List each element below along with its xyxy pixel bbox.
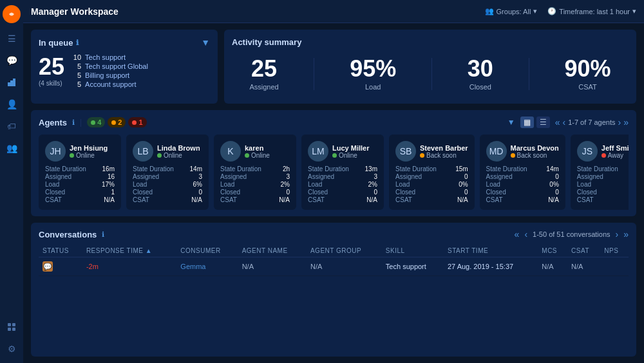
stat-value-load: 6%: [193, 181, 202, 188]
agent-info: Lucy Miller Online: [332, 144, 377, 159]
conv-info-icon[interactable]: ℹ: [102, 230, 104, 239]
svg-rect-6: [8, 328, 11, 331]
agent-status: Back soon: [420, 152, 468, 159]
agents-info-icon[interactable]: ℹ: [72, 118, 75, 127]
conv-header: Conversations ℹ « ‹ 1-50 of 51 conversat…: [39, 229, 629, 239]
badge-back-soon-count: 2: [118, 118, 122, 126]
avatar: JH: [45, 141, 66, 162]
col-header-consumer[interactable]: CONSUMER: [176, 245, 238, 257]
sidebar-icon-grid[interactable]: [3, 318, 21, 336]
stat-row-assigned: Assigned 0: [577, 173, 629, 180]
stat-label-assigned: Assigned: [45, 173, 71, 180]
stat-row-csat: CSAT N/A: [395, 196, 468, 203]
sidebar-icon-settings[interactable]: ⚙: [3, 340, 21, 358]
metric-value: 30: [468, 57, 493, 80]
avatar: MD: [486, 141, 507, 162]
sidebar-icon-dashboard[interactable]: [3, 73, 21, 91]
conv-pg-first[interactable]: «: [515, 229, 520, 239]
stat-label-csat: CSAT: [133, 196, 149, 203]
status-label: Online: [339, 152, 357, 159]
stat-label-assigned: Assigned: [133, 173, 159, 180]
in-queue-info-icon[interactable]: ℹ: [76, 39, 79, 47]
groups-control[interactable]: 👥 Groups: All ▾: [485, 7, 538, 15]
topbar: Manager Workspace 👥 Groups: All ▾ 🕐 Time…: [23, 0, 644, 23]
sort-icon[interactable]: ▲: [146, 247, 152, 254]
agent-avatar-row: JH Jen Hsiung Online: [45, 141, 115, 162]
metric-value: 95%: [350, 57, 396, 80]
stat-label-closed: Closed: [133, 189, 153, 196]
agents-pagination-label: 1-7 of 7 agents: [568, 118, 615, 126]
skill-item: 5Billing support: [72, 71, 148, 80]
agents-controls: ▼ ▦ ☰ « ‹ 1-7 of 7 agents › »: [507, 116, 629, 128]
pg-last[interactable]: »: [623, 117, 629, 127]
stat-label-duration: State Duration: [133, 165, 174, 172]
conv-pg-next[interactable]: ›: [616, 229, 619, 239]
sidebar-icon-users[interactable]: 👥: [3, 139, 21, 157]
stat-row-load: Load 0%: [395, 181, 468, 188]
metric-value: 90%: [564, 57, 611, 80]
agent-card: JH Jen Hsiung Online State Duration 16m …: [39, 135, 121, 210]
stat-label-duration: State Duration: [395, 165, 437, 172]
status-icon: 💬: [43, 261, 53, 272]
in-queue-filter-icon[interactable]: ▼: [201, 37, 210, 48]
agent-cards-container: JH Jen Hsiung Online State Duration 16m …: [39, 135, 629, 210]
sidebar-icon-menu[interactable]: ☰: [3, 30, 21, 48]
pg-next[interactable]: ›: [618, 117, 621, 127]
status-dot: [511, 153, 515, 158]
stat-value-assigned: 0: [555, 173, 559, 180]
pg-prev[interactable]: ‹: [562, 117, 565, 127]
view-toggle: ▦ ☰: [520, 116, 550, 128]
agents-header: Agents ℹ | 4 2 1: [39, 116, 629, 128]
stat-value-closed: 0: [198, 189, 202, 196]
agent-status: Online: [332, 152, 377, 159]
sidebar-icon-agents[interactable]: 👤: [3, 95, 21, 113]
agent-avatar-row: LB Linda Brown Online: [133, 141, 202, 162]
stat-label-closed: Closed: [395, 189, 415, 196]
agent-card: LB Linda Brown Online State Duration 14m…: [126, 135, 209, 210]
timeframe-label: Timeframe: last 1 hour: [559, 8, 630, 15]
col-header-status[interactable]: STATUS: [39, 245, 82, 257]
clock-icon: 🕐: [547, 7, 556, 15]
groups-chevron: ▾: [533, 7, 537, 15]
timeframe-control[interactable]: 🕐 Timeframe: last 1 hour ▾: [547, 7, 636, 15]
stat-label-assigned: Assigned: [486, 173, 513, 180]
col-header-response-time[interactable]: RESPONSE TIME ▲: [82, 245, 176, 257]
stat-label-duration: State Duration: [308, 165, 349, 172]
stat-row-closed: Closed 0: [308, 189, 377, 196]
view-cards-btn[interactable]: ▦: [520, 116, 534, 128]
status-label: Online: [164, 152, 182, 159]
conversations-section: Conversations ℹ « ‹ 1-50 of 51 conversat…: [31, 223, 636, 357]
sidebar-icon-chat[interactable]: 💬: [3, 51, 21, 70]
stat-row-closed: Closed 0: [486, 189, 559, 196]
table-row[interactable]: 💬 -2m Gemma N/A N/A Tech support 27 Aug.…: [39, 257, 629, 276]
cell-consumer[interactable]: Gemma: [176, 257, 238, 276]
stat-row-duration: State Duration 14m: [133, 165, 202, 172]
conversations-table: STATUSRESPONSE TIME ▲CONSUMERAGENT NAMEA…: [39, 245, 629, 276]
stat-value-duration: 15m: [455, 165, 468, 172]
avatar: LB: [133, 141, 153, 162]
app-logo: [3, 5, 21, 23]
sidebar-icon-tags[interactable]: 🏷: [3, 117, 21, 135]
conv-pg-last[interactable]: »: [623, 229, 629, 239]
agents-pagination: « ‹ 1-7 of 7 agents › »: [555, 117, 629, 127]
stat-label-duration: State Duration: [486, 165, 527, 172]
status-dot: [245, 153, 249, 158]
queue-number: 25: [39, 55, 64, 79]
agent-avatar-row: SB Steven Barber Back soon: [395, 141, 468, 162]
content-area: In queue ℹ ▼ 25 (4 skills) 10Tech suppor…: [23, 23, 644, 363]
pg-first[interactable]: «: [555, 117, 560, 127]
stat-label-load: Load: [577, 181, 591, 188]
conv-pg-prev[interactable]: ‹: [524, 229, 527, 239]
agent-status: Away: [601, 152, 629, 159]
stat-row-duration: State Duration 2h: [220, 165, 290, 172]
agent-info: Jeff Smith Away: [601, 144, 629, 159]
stat-value-load: 0%: [549, 181, 558, 188]
metric-label: Load: [350, 83, 396, 91]
agent-status: Online: [245, 152, 290, 159]
activity-card: Activity summary 25 Assigned 95% Load 30…: [224, 30, 636, 104]
view-list-btn[interactable]: ☰: [536, 116, 550, 128]
cell-agent-name: N/A: [238, 257, 307, 276]
agents-filter-icon[interactable]: ▼: [507, 118, 515, 127]
metric-label: Assigned: [249, 83, 278, 91]
stat-label-load: Load: [486, 181, 500, 188]
